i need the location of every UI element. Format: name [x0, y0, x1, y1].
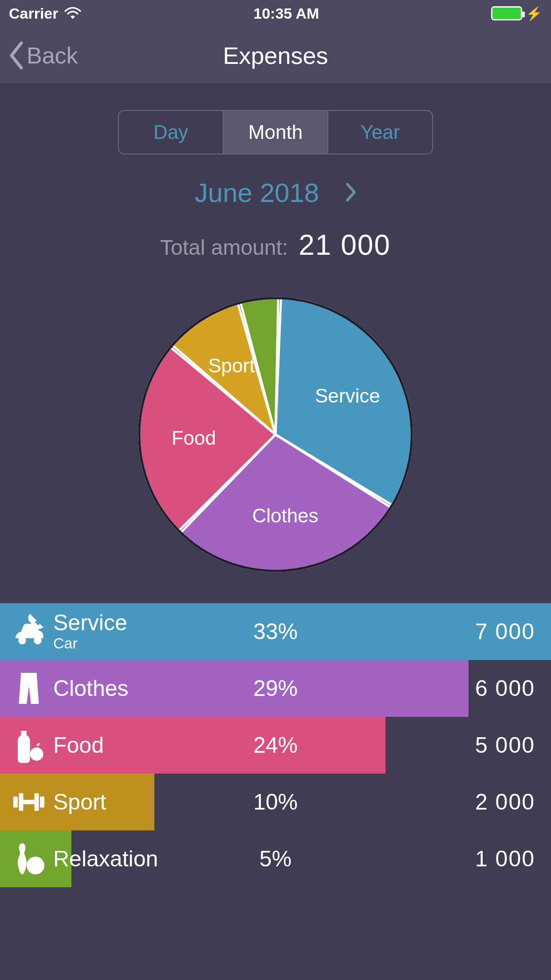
period-selector: June 2018	[0, 178, 551, 208]
back-label: Back	[27, 42, 78, 69]
svg-rect-7	[35, 793, 39, 811]
svg-point-2	[34, 636, 42, 644]
svg-rect-8	[40, 797, 44, 808]
row-amount: 5 000	[475, 732, 535, 758]
tab-year[interactable]: Year	[328, 111, 432, 154]
svg-rect-3	[21, 673, 37, 677]
total-label: Total amount:	[160, 235, 288, 260]
nav-bar: Back Expenses	[0, 27, 551, 84]
pie-label-food: Food	[172, 427, 216, 449]
period-next-button[interactable]	[346, 178, 356, 208]
expenses-pie-chart: ServiceClothesFoodSport	[134, 292, 417, 577]
category-list: ServiceCar33%7 000Clothes29%6 000Food24%…	[0, 603, 551, 887]
chevron-right-icon	[346, 182, 356, 202]
tab-day[interactable]: Day	[119, 111, 224, 154]
category-row-service[interactable]: ServiceCar33%7 000	[0, 603, 551, 660]
svg-rect-9	[24, 800, 35, 804]
row-amount: 2 000	[475, 789, 535, 815]
svg-point-1	[18, 636, 26, 644]
status-left: Carrier	[9, 5, 82, 22]
period-segmented-control: Day Month Year	[118, 110, 433, 154]
category-row-clothes[interactable]: Clothes29%6 000	[0, 660, 551, 717]
row-name: Clothes	[53, 677, 129, 700]
clock: 10:35 AM	[253, 5, 319, 22]
row-subtitle: Car	[53, 635, 127, 652]
carrier-label: Carrier	[9, 5, 59, 22]
page-title: Expenses	[0, 42, 551, 69]
row-amount: 6 000	[475, 676, 535, 701]
charging-icon: ⚡	[526, 6, 542, 21]
row-percent: 33%	[253, 619, 298, 644]
row-amount: 7 000	[475, 619, 535, 644]
row-name: Food	[53, 734, 104, 757]
pie-label-sport: Sport	[208, 355, 255, 377]
battery-icon	[491, 6, 522, 20]
svg-rect-6	[19, 793, 24, 811]
row-name: Relaxation	[53, 847, 158, 871]
bowling-icon	[9, 839, 49, 879]
row-percent: 24%	[253, 732, 298, 758]
row-percent: 5%	[260, 846, 291, 872]
category-row-sport[interactable]: Sport10%2 000	[0, 774, 551, 830]
svg-point-4	[30, 747, 43, 761]
status-right: ⚡	[491, 6, 542, 21]
row-percent: 29%	[253, 676, 298, 701]
period-label[interactable]: June 2018	[195, 178, 319, 208]
total-row: Total amount: 21 000	[0, 229, 551, 261]
wifi-icon	[64, 7, 82, 20]
row-name: Sport	[53, 790, 106, 814]
car-wrench-icon	[9, 612, 49, 652]
pie-label-clothes: Clothes	[252, 505, 318, 527]
back-button[interactable]: Back	[0, 41, 78, 70]
row-percent: 10%	[253, 789, 298, 815]
status-bar: Carrier 10:35 AM ⚡	[0, 0, 551, 27]
category-row-relaxation[interactable]: Relaxation5%1 000	[0, 830, 551, 887]
chevron-left-icon	[8, 41, 24, 70]
category-row-food[interactable]: Food24%5 000	[0, 717, 551, 774]
pie-label-service: Service	[315, 385, 380, 407]
row-name: Service	[53, 611, 127, 635]
pants-icon	[9, 668, 49, 708]
svg-point-10	[27, 857, 44, 874]
bottle-apple-icon	[9, 725, 49, 765]
tab-month[interactable]: Month	[224, 111, 328, 154]
dumbbell-icon	[9, 782, 49, 822]
total-value: 21 000	[299, 229, 391, 261]
svg-rect-5	[13, 797, 18, 808]
row-amount: 1 000	[475, 846, 535, 872]
